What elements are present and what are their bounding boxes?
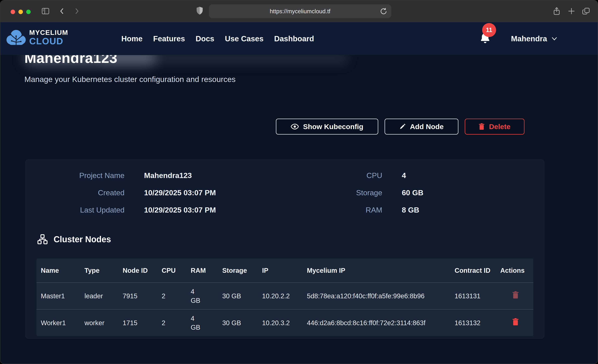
delete-cluster-button[interactable]: Delete [465, 119, 524, 134]
col-name: Name [36, 258, 80, 282]
info-label: Project Name [37, 171, 125, 180]
chevron-down-icon [551, 37, 557, 41]
cell-contract-id: 1613132 [450, 309, 496, 336]
info-value: 10/29/2025 03:07 PM [144, 189, 216, 197]
col-actions: Actions [496, 258, 533, 282]
user-menu-button[interactable]: Mahendra [511, 34, 557, 43]
notifications-button[interactable]: 11 [479, 32, 491, 46]
cell-name: Worker1 [36, 309, 80, 336]
brand-logo[interactable]: MYCELIUM CLOUD [6, 28, 68, 47]
cell-actions [496, 282, 533, 309]
nav-item-dashboard[interactable]: Dashboard [274, 34, 314, 43]
cluster-nodes-header: Cluster Nodes [37, 234, 111, 245]
ram-value: 4 GB [191, 287, 203, 305]
col-cpu: CPU [157, 258, 186, 282]
cell-cpu: 2 [157, 309, 186, 336]
col-ram: RAM [186, 258, 218, 282]
col-contract-id: Contract ID [450, 258, 496, 282]
info-value: 4 [402, 171, 424, 180]
cell-type: leader [80, 282, 118, 309]
cell-actions [496, 309, 533, 336]
info-value: 10/29/2025 03:07 PM [144, 206, 216, 214]
info-value: Mahendra123 [144, 171, 216, 180]
cell-ip: 10.20.3.2 [258, 309, 303, 336]
table-row: Master1 leader 7915 2 4 GB 30 GB 10.20.2… [36, 282, 533, 309]
info-value: 60 GB [402, 189, 424, 197]
add-node-button[interactable]: Add Node [385, 119, 458, 134]
table-row: Worker1 worker 1715 2 4 GB 30 GB 10.20.3… [36, 309, 533, 336]
nav-item-home[interactable]: Home [121, 34, 142, 43]
info-label: Last Updated [37, 206, 125, 214]
cell-storage: 30 GB [218, 282, 258, 309]
add-node-label: Add Node [410, 123, 444, 131]
col-storage: Storage [218, 258, 258, 282]
cell-ram: 4 GB [186, 282, 218, 309]
show-kubeconfig-button[interactable]: Show Kubeconfig [276, 119, 378, 134]
site-navbar: MYCELIUM CLOUD Home Features Docs Use Ca… [0, 22, 598, 55]
cell-node-id: 1715 [118, 309, 157, 336]
delete-label: Delete [489, 123, 510, 131]
cluster-nodes-table: Name Type Node ID CPU RAM Storage IP Myc… [36, 258, 533, 336]
cell-cpu: 2 [157, 282, 186, 309]
info-label: Created [37, 189, 125, 197]
eye-icon [291, 124, 299, 129]
info-label: CPU [317, 171, 382, 180]
cell-mycelium-ip: 5d8:78ea:a120:f40c:ff0f:a5fe:99e6:8b96 [303, 282, 450, 309]
project-info-panel: Project Name Mahendra123 Created 10/29/2… [25, 159, 544, 339]
cluster-actions: Show Kubeconfig Add Node Delete [276, 119, 524, 134]
table-header-row: Name Type Node ID CPU RAM Storage IP Myc… [36, 258, 533, 282]
user-name: Mahendra [511, 34, 547, 43]
mycelium-cloud-logo-icon [6, 28, 26, 47]
col-mycelium-ip: Mycelium IP [303, 258, 450, 282]
cluster-nodes-title: Cluster Nodes [54, 234, 111, 244]
col-node-id: Node ID [118, 258, 157, 282]
ram-value: 4 GB [191, 314, 203, 332]
col-type: Type [80, 258, 118, 282]
cell-ip: 10.20.2.2 [258, 282, 303, 309]
col-ip: IP [258, 258, 303, 282]
delete-node-icon[interactable] [512, 291, 519, 299]
info-label: RAM [317, 206, 382, 214]
cell-name: Master1 [36, 282, 80, 309]
notification-badge: 11 [482, 23, 496, 37]
cell-node-id: 7915 [118, 282, 157, 309]
show-kubeconfig-label: Show Kubeconfig [303, 123, 363, 131]
nav-item-use-cases[interactable]: Use Cases [225, 34, 264, 43]
nav-links: Home Features Docs Use Cases Dashboard [121, 22, 314, 55]
project-info-right: CPU 4 Storage 60 GB RAM 8 GB [317, 171, 424, 214]
cell-storage: 30 GB [218, 309, 258, 336]
info-label: Storage [317, 189, 382, 197]
trash-icon [479, 123, 485, 130]
pencil-icon [399, 124, 406, 130]
browser-window: https://myceliumcloud.tf Mahendra123 Man… [0, 0, 598, 364]
cell-ram: 4 GB [186, 309, 218, 336]
info-value: 8 GB [402, 206, 424, 214]
brand-line1: MYCELIUM [29, 29, 68, 36]
delete-node-icon[interactable] [512, 318, 519, 326]
page-subtitle: Manage your Kubernetes cluster configura… [25, 75, 235, 84]
cell-mycelium-ip: 446:d2a6:8bcd:8c16:ff0f:72e2:3114:863f [303, 309, 450, 336]
network-topology-icon [37, 234, 48, 245]
cell-type: worker [80, 309, 118, 336]
brand-text: MYCELIUM CLOUD [29, 29, 68, 46]
nav-item-features[interactable]: Features [153, 34, 185, 43]
project-info-left: Project Name Mahendra123 Created 10/29/2… [37, 171, 216, 214]
nav-item-docs[interactable]: Docs [196, 34, 214, 43]
nav-right: 11 Mahendra [479, 22, 557, 55]
brand-line2: CLOUD [29, 37, 68, 46]
cell-contract-id: 1613131 [450, 282, 496, 309]
